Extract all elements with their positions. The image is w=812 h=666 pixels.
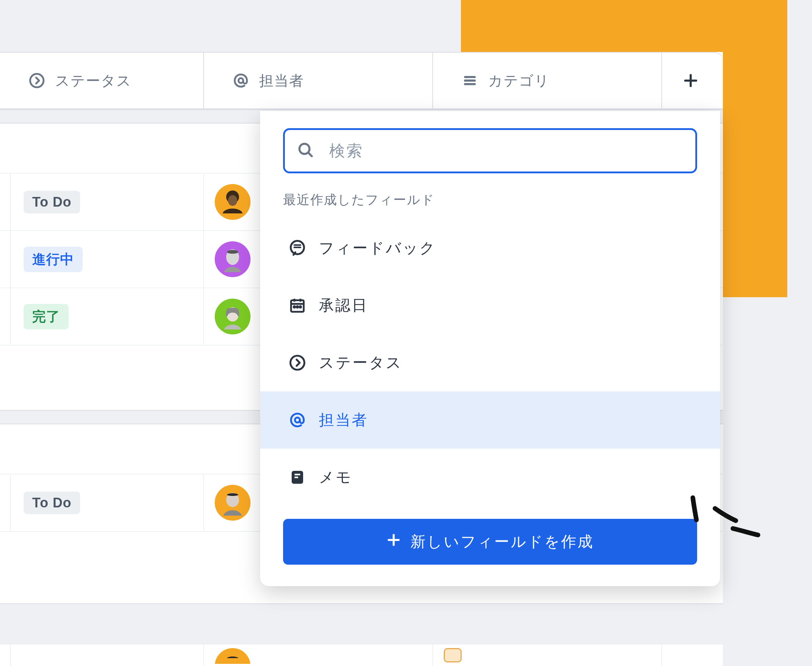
status-badge: To Do <box>24 191 80 213</box>
arrow-circle-right-icon <box>28 72 46 89</box>
svg-rect-4 <box>464 83 476 85</box>
menu-item-label: 承認日 <box>319 295 368 315</box>
list-icon <box>461 72 479 89</box>
menu-item-approval-date[interactable]: 承認日 <box>260 277 720 334</box>
section-label: 最近作成したフィールド <box>260 191 720 219</box>
menu-item-feedback[interactable]: フィードバック <box>260 219 720 277</box>
search-field[interactable] <box>283 128 697 173</box>
cell-status[interactable]: To Do <box>11 174 204 230</box>
column-header-assignee[interactable]: 担当者 <box>204 53 433 109</box>
cell-status[interactable] <box>11 645 204 666</box>
svg-point-14 <box>215 648 250 664</box>
comment-icon <box>288 239 307 257</box>
avatar <box>215 485 250 521</box>
at-sign-icon <box>232 72 250 89</box>
create-field-label: 新しいフィールドを作成 <box>411 532 594 552</box>
column-header-category[interactable]: カテゴリ <box>433 53 662 109</box>
menu-item-assignee[interactable]: 担当者 <box>260 391 720 448</box>
status-badge: To Do <box>24 491 80 514</box>
at-sign-icon <box>288 411 307 429</box>
add-column-button[interactable] <box>662 53 719 109</box>
plus-icon <box>386 532 401 551</box>
column-header-label: 担当者 <box>259 71 304 91</box>
menu-item-memo[interactable]: メモ <box>260 448 720 506</box>
svg-rect-25 <box>294 476 298 478</box>
status-badge: 完了 <box>24 304 69 330</box>
row-group-separator <box>0 603 723 618</box>
menu-item-label: 担当者 <box>319 410 368 430</box>
category-chip <box>444 648 462 663</box>
cell-status[interactable]: To Do <box>11 475 204 531</box>
avatar <box>215 648 250 664</box>
menu-item-label: メモ <box>319 467 352 487</box>
calendar-icon <box>288 296 307 315</box>
row-handle[interactable] <box>0 475 11 531</box>
avatar <box>215 184 250 220</box>
cell-status[interactable]: 進行中 <box>11 231 204 287</box>
svg-rect-3 <box>464 79 476 82</box>
menu-item-label: フィードバック <box>319 238 436 258</box>
menu-item-label: ステータス <box>319 353 403 373</box>
row-handle[interactable] <box>0 174 11 230</box>
column-header-label: カテゴリ <box>488 71 550 91</box>
search-input[interactable] <box>329 142 684 160</box>
avatar <box>215 298 250 335</box>
svg-point-0 <box>30 74 44 87</box>
svg-point-20 <box>299 306 301 308</box>
svg-rect-2 <box>464 76 476 78</box>
avatar <box>215 241 250 277</box>
row-handle[interactable] <box>0 288 11 345</box>
search-icon <box>296 141 315 161</box>
status-badge: 進行中 <box>24 247 83 272</box>
menu-item-status[interactable]: ステータス <box>260 334 720 391</box>
column-header-label: ステータス <box>55 71 132 91</box>
column-header-status[interactable]: ステータス <box>0 53 204 109</box>
plus-icon <box>682 72 700 89</box>
svg-point-18 <box>294 306 295 308</box>
cell-assignee[interactable] <box>204 645 433 666</box>
arrow-circle-right-icon <box>288 353 307 372</box>
table-header: ステータス 担当者 カテゴリ <box>0 52 723 109</box>
field-menu-list: フィードバック 承認日 ステータス <box>260 219 720 506</box>
svg-point-19 <box>297 306 298 308</box>
row-handle[interactable] <box>0 645 11 666</box>
svg-point-7 <box>228 195 237 206</box>
create-field-button[interactable]: 新しいフィールドを作成 <box>283 519 697 565</box>
cell-category[interactable] <box>433 645 662 666</box>
row-handle[interactable] <box>0 231 11 287</box>
note-icon <box>288 468 307 486</box>
cell-status[interactable]: 完了 <box>11 288 204 345</box>
svg-point-21 <box>291 356 304 370</box>
svg-rect-24 <box>294 474 300 475</box>
field-picker-dropdown: 最近作成したフィールド フィードバック <box>260 111 720 586</box>
table-bottom-partial <box>0 644 723 666</box>
